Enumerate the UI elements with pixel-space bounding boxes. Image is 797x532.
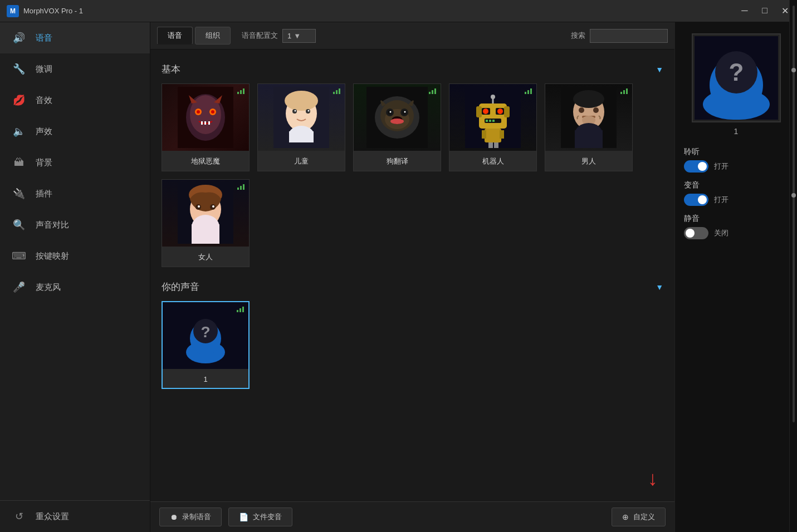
tab-group[interactable]: 组织 <box>195 27 231 45</box>
morph-control: 变音 打开 <box>684 180 788 206</box>
svg-rect-34 <box>504 106 510 117</box>
minimize-button[interactable]: ─ <box>739 6 750 16</box>
sidebar-label-bg: 背景 <box>36 157 52 168</box>
title-text: MorphVOX Pro - 1 <box>23 7 739 15</box>
my-voice-grid: ? 1 <box>162 301 663 389</box>
profile-label: 语音配置文 <box>242 31 278 41</box>
right-panel: ? 1 聆听 打开 变音 打开 静音 <box>674 22 797 532</box>
voice-grid-container[interactable]: 基本 ▼ <box>150 50 674 501</box>
volume-knob2 <box>791 193 796 198</box>
window-controls: ─ □ ✕ <box>739 6 790 16</box>
svg-rect-18 <box>289 131 314 142</box>
sidebar-item-tune[interactable]: 🔧 微调 <box>0 53 150 85</box>
voice-card-dog-image <box>354 84 441 151</box>
morph-toggle[interactable] <box>684 194 708 206</box>
man-avatar <box>545 84 632 151</box>
svg-point-12 <box>285 91 318 111</box>
svg-point-28 <box>404 111 406 113</box>
svg-text:?: ? <box>728 58 744 86</box>
profile-area: 语音配置文 1 ▼ <box>242 29 316 43</box>
record-voice-button[interactable]: ⏺ 录制语音 <box>159 508 222 526</box>
maximize-button[interactable]: □ <box>759 6 770 16</box>
svg-point-53 <box>579 107 584 113</box>
listen-toggle-knob <box>698 162 707 171</box>
sidebar-item-keybind[interactable]: ⌨ 按键映射 <box>0 240 150 272</box>
basic-voice-grid: 地狱恶魔 <box>162 83 663 267</box>
svg-point-38 <box>497 109 503 114</box>
sidebar-label-tune: 微调 <box>36 64 52 75</box>
reset-icon: ↺ <box>11 509 27 524</box>
svg-rect-44 <box>482 130 486 139</box>
keybind-icon: ⌨ <box>11 248 27 264</box>
child-name: 儿童 <box>294 156 309 166</box>
mystery-signal <box>237 307 244 312</box>
sidebar-label-keybind: 按键映射 <box>36 251 69 262</box>
morph-state: 打开 <box>714 195 728 205</box>
sidebar-item-mic[interactable]: 🎤 麦克风 <box>0 272 150 303</box>
svg-rect-45 <box>500 130 504 139</box>
basic-section-chevron[interactable]: ▼ <box>656 65 663 74</box>
mute-control: 静音 关闭 <box>684 214 788 239</box>
svg-point-16 <box>308 110 310 112</box>
svg-text:?: ? <box>201 323 210 341</box>
my-voice-section-title: 你的声音 <box>162 280 199 293</box>
sidebar-item-bg[interactable]: 🏔 背景 <box>0 147 150 178</box>
demon-avatar <box>162 84 249 151</box>
morph-toggle-row: 打开 <box>684 194 788 206</box>
listen-toggle[interactable] <box>684 160 708 173</box>
bg-icon: 🏔 <box>11 155 27 170</box>
basic-section-title: 基本 <box>162 63 180 76</box>
voice-card-robot-image <box>449 84 536 151</box>
voice-card-robot[interactable]: 机器人 <box>449 83 537 171</box>
robot-avatar <box>449 84 536 151</box>
sidebar-item-effect[interactable]: 💋 音效 <box>0 85 150 116</box>
my-voice-section-chevron[interactable]: ▼ <box>656 283 663 292</box>
down-arrow-indicator: ↓ <box>648 467 658 490</box>
svg-rect-32 <box>479 104 507 129</box>
svg-rect-40 <box>486 120 488 122</box>
man-name: 男人 <box>581 156 596 166</box>
voice-card-demon[interactable]: 地狱恶魔 <box>162 83 250 171</box>
voice-card-child-image <box>258 84 345 151</box>
volume-slider[interactable] <box>793 22 795 422</box>
listen-control: 聆听 打开 <box>684 147 788 173</box>
search-input[interactable] <box>590 29 668 43</box>
svg-rect-47 <box>494 142 498 148</box>
sidebar: 🔊 语音 🔧 微调 💋 音效 🔈 声效 🏔 背景 🔌 插件 🔍 声音对比 ⌨ <box>0 22 150 532</box>
sidebar-item-reset[interactable]: ↺ 重众设置 <box>0 501 150 532</box>
profile-value: 1 <box>287 32 291 40</box>
sidebar-item-compare[interactable]: 🔍 声音对比 <box>0 209 150 240</box>
file-icon: 📄 <box>239 513 248 521</box>
customize-button[interactable]: ⊕ 自定义 <box>612 508 666 526</box>
volume-knob <box>791 68 796 72</box>
voice-card-mystery[interactable]: ? 1 <box>162 301 250 389</box>
content-area: 语音 组织 语音配置文 1 ▼ 搜索 基本 ▼ <box>150 22 674 532</box>
listen-state: 打开 <box>714 161 728 171</box>
svg-rect-43 <box>485 129 501 142</box>
woman-avatar <box>162 180 249 247</box>
svg-point-27 <box>390 111 392 113</box>
mute-toggle[interactable] <box>684 227 708 239</box>
tab-voice[interactable]: 语音 <box>157 27 193 45</box>
voice-card-woman[interactable]: 女人 <box>162 179 250 267</box>
profile-dropdown-icon: ▼ <box>294 32 301 40</box>
voice-card-child[interactable]: 儿童 <box>257 83 345 171</box>
close-button[interactable]: ✕ <box>779 6 790 16</box>
profile-select[interactable]: 1 ▼ <box>282 29 316 43</box>
file-morph-button[interactable]: 📄 文件变音 <box>228 508 292 526</box>
morph-toggle-knob <box>698 195 707 204</box>
svg-point-64 <box>198 205 200 208</box>
dog-name: 狗翻译 <box>387 156 408 166</box>
voice-card-mystery-image: ? <box>163 302 248 369</box>
svg-point-30 <box>390 119 404 124</box>
sidebar-item-plugin[interactable]: 🔌 插件 <box>0 178 150 209</box>
volume-slider-area <box>789 22 797 532</box>
sidebar-item-sfx[interactable]: 🔈 声效 <box>0 116 150 147</box>
listen-label: 聆听 <box>684 147 788 157</box>
dog-signal <box>429 88 436 94</box>
sidebar-item-voice[interactable]: 🔊 语音 <box>0 22 150 53</box>
voice-card-dog[interactable]: 狗翻译 <box>353 83 441 171</box>
svg-rect-58 <box>575 130 603 148</box>
woman-signal <box>237 184 245 190</box>
voice-card-man[interactable]: 男人 <box>545 83 633 171</box>
